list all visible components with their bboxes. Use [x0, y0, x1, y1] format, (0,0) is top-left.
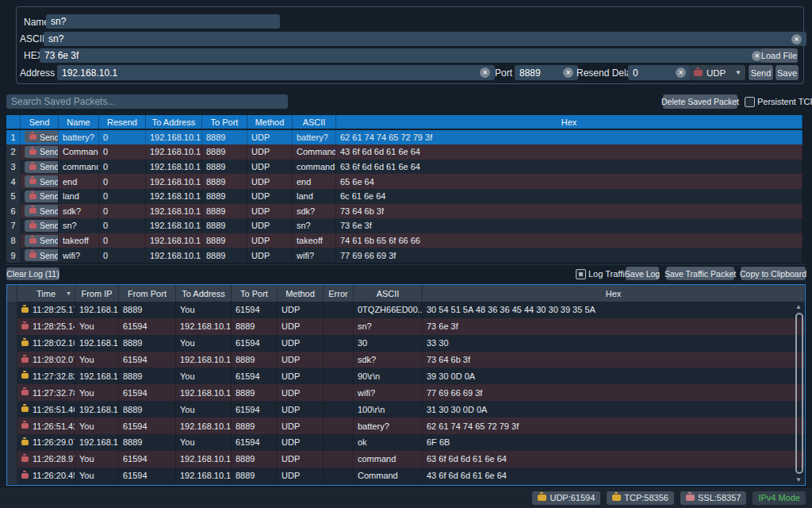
log-header-hex[interactable]: Hex	[423, 285, 805, 302]
log-row-header	[7, 352, 17, 368]
time-cell: 11:26:51.427	[17, 418, 75, 434]
ip-mode-badge[interactable]: IPv4 Mode	[753, 491, 806, 505]
from-port-cell: 8889	[119, 335, 176, 352]
log-header-ascii[interactable]: ASCII	[354, 285, 423, 302]
scroll-up-icon[interactable]: ▲	[794, 303, 803, 310]
header-name[interactable]: Name	[59, 115, 99, 129]
delete-saved-packet-button[interactable]: Delete Saved Packet	[663, 94, 737, 109]
send-cell: Send	[21, 218, 59, 233]
send-packet-icon	[29, 194, 36, 199]
address-input[interactable]: 192.168.10.1 ✕	[57, 65, 495, 80]
method-cell: UDP	[278, 302, 324, 318]
clear-address-icon[interactable]: ✕	[480, 67, 490, 78]
method-cell: UDP	[247, 204, 293, 219]
clear-log-button[interactable]: Clear Log (11)	[6, 267, 59, 280]
log-header-to-address[interactable]: To Address	[176, 285, 232, 302]
header-to-port[interactable]: To Port	[202, 115, 247, 129]
sent-packet-icon	[21, 357, 29, 363]
to-port-cell: 8889	[202, 144, 247, 160]
port-input[interactable]: 8889 ✕	[515, 65, 578, 80]
to-address-cell: 192.168.10.1	[146, 144, 202, 160]
log-header-method[interactable]: Method	[278, 285, 324, 302]
log-header-from-port[interactable]: From Port	[119, 285, 176, 302]
to-address-cell: 192.168.10.1	[176, 384, 232, 401]
header-to-address[interactable]: To Address	[146, 115, 202, 129]
persistent-tcp-checkbox[interactable]	[745, 97, 755, 107]
to-port-cell: 8889	[232, 384, 278, 401]
to-port-cell: 8889	[232, 318, 278, 335]
log-header-error[interactable]: Error	[324, 285, 354, 302]
table-splitter[interactable]	[6, 264, 806, 265]
save-button[interactable]: Save	[776, 65, 799, 80]
clear-port-icon[interactable]: ✕	[563, 67, 573, 78]
row-send-button[interactable]: Send	[25, 161, 59, 173]
hex-cell: 73 6e 3f	[423, 318, 805, 335]
log-traffic-label: Log Traffic	[588, 269, 629, 279]
row-send-label: Send	[40, 236, 59, 245]
hex-cell: 30 54 51 5A 48 36 36 45 44 30 30 39 35 5…	[423, 302, 805, 318]
scroll-down-icon[interactable]: ▼	[794, 476, 803, 483]
tcp-status-badge[interactable]: TCP:58356	[607, 491, 674, 505]
error-cell	[324, 352, 354, 368]
time-value: 11:27:32.826	[33, 371, 75, 381]
copy-to-clipboard-button[interactable]: Copy to Clipboard	[741, 267, 806, 280]
from-port-cell: 8889	[119, 434, 176, 451]
received-packet-icon	[21, 341, 29, 346]
row-send-button[interactable]: Send	[25, 175, 59, 187]
ascii-cell: end	[293, 174, 336, 189]
method-cell: UDP	[247, 233, 293, 248]
send-button[interactable]: Send	[749, 65, 773, 80]
ascii-input[interactable]: sn? ✕	[44, 32, 806, 46]
resend-delay-input[interactable]: 0 ✕	[628, 65, 691, 80]
row-send-label: Send	[40, 191, 59, 201]
clear-ascii-icon[interactable]: ✕	[791, 34, 802, 44]
save-traffic-packet-button[interactable]: Save Traffic Packet	[666, 267, 734, 280]
row-send-button[interactable]: Send	[25, 235, 59, 247]
row-send-button[interactable]: Send	[25, 249, 59, 261]
time-value: 11:27:32.783	[33, 388, 75, 398]
row-send-button[interactable]: Send	[25, 220, 59, 232]
time-value: 11:26:20.452	[33, 471, 75, 480]
traffic-log-table: Time ▼ From IP From Port To Address To P…	[7, 285, 805, 484]
ssl-status-badge[interactable]: SSL:58357	[680, 491, 746, 505]
log-scrollbar[interactable]: ▲ ▼	[794, 303, 803, 483]
row-send-button[interactable]: Send	[25, 131, 59, 143]
hex-cell: 62 61 74 74 65 72 79 3f	[423, 418, 805, 434]
row-send-button[interactable]: Send	[25, 146, 59, 158]
name-input[interactable]: sn?	[46, 14, 280, 29]
clear-resend-icon[interactable]: ✕	[676, 67, 686, 78]
to-port-cell: 61594	[232, 368, 278, 384]
log-header-time[interactable]: Time ▼	[17, 285, 75, 302]
to-address-cell: 192.168.10.1	[146, 160, 202, 175]
udp-status-badge[interactable]: UDP:61594	[532, 491, 600, 505]
row-send-button[interactable]: Send	[25, 190, 59, 202]
protocol-select[interactable]: UDP ▼	[690, 65, 745, 80]
to-port-cell: 8889	[202, 218, 247, 233]
load-file-button[interactable]: Load File	[760, 48, 798, 63]
row-send-button[interactable]: Send	[25, 205, 59, 217]
header-method[interactable]: Method	[247, 115, 293, 129]
header-ascii[interactable]: ASCII	[293, 115, 336, 129]
log-header-from-ip[interactable]: From IP	[75, 285, 119, 302]
log-header-to-port[interactable]: To Port	[232, 285, 278, 302]
from-ip-cell: 192.168.1...	[75, 401, 119, 418]
hex-cell: 63 6f 6d 6d 61 6e 64	[423, 451, 805, 468]
to-port-cell: 61594	[232, 434, 278, 451]
packet-name-cell: command	[59, 160, 99, 175]
scrollbar-thumb[interactable]	[795, 313, 803, 474]
from-ip-cell: You	[75, 451, 119, 468]
header-resend[interactable]: Resend	[99, 115, 146, 129]
save-log-button[interactable]: Save Log	[626, 267, 659, 280]
time-cell: 11:26:28.975	[17, 451, 75, 468]
log-traffic-checkbox[interactable]	[576, 269, 586, 279]
to-address-cell: You	[176, 401, 232, 418]
header-send[interactable]: Send	[21, 115, 59, 129]
time-value: 11:28:25.175	[33, 305, 75, 314]
hex-input[interactable]: 73 6e 3f ✕	[40, 48, 767, 63]
search-saved-packets-input[interactable]	[6, 94, 288, 109]
to-address-cell: 192.168.10.1	[176, 418, 232, 434]
time-value: 11:28:25.142	[33, 321, 75, 331]
hex-cell: 73 64 6b 3f	[336, 204, 802, 219]
error-cell	[324, 318, 354, 335]
header-hex[interactable]: Hex	[336, 115, 802, 129]
